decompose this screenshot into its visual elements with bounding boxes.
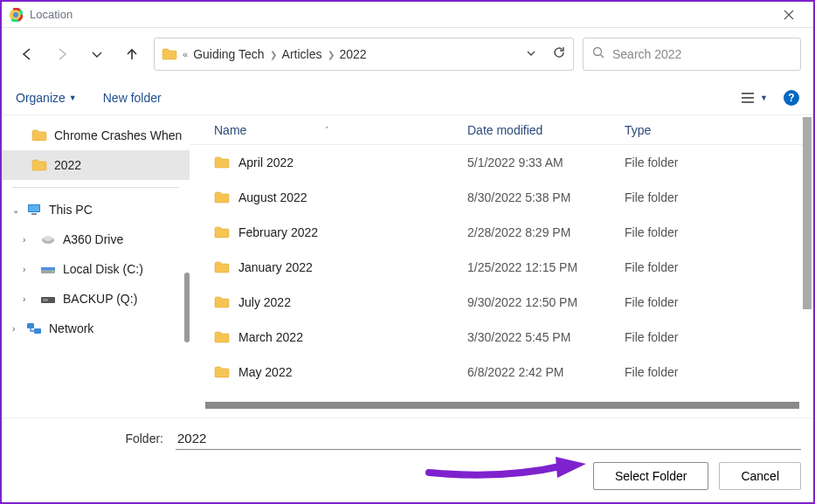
file-type: File folder xyxy=(625,295,813,309)
file-date: 5/1/2022 9:33 AM xyxy=(467,155,625,169)
folder-icon xyxy=(214,331,230,343)
sidebar-item-label: BACKUP (Q:) xyxy=(63,292,137,306)
file-date: 3/30/2022 5:45 PM xyxy=(467,330,625,344)
footer: Folder: Select Folder Cancel xyxy=(2,418,813,502)
toolbar: Organize ▼ New folder ▼ ? xyxy=(2,80,813,115)
breadcrumb-overflow[interactable]: « xyxy=(183,49,188,59)
search-icon xyxy=(592,46,605,62)
select-folder-button[interactable]: Select Folder xyxy=(593,462,708,490)
organize-menu[interactable]: Organize ▼ xyxy=(16,91,77,105)
back-button[interactable] xyxy=(14,41,40,67)
network-icon xyxy=(26,322,42,335)
sidebar-item-label: 2022 xyxy=(54,158,81,172)
navbar: « Guiding Tech ❯ Articles ❯ 2022 Search … xyxy=(2,28,813,80)
file-name: April 2022 xyxy=(238,155,294,169)
breadcrumb-item[interactable]: Articles xyxy=(282,47,322,61)
breadcrumb: Guiding Tech ❯ Articles ❯ 2022 xyxy=(193,47,521,61)
recent-dropdown[interactable] xyxy=(84,41,110,67)
cancel-button[interactable]: Cancel xyxy=(719,462,801,490)
annotation-arrow xyxy=(425,453,591,483)
sidebar-item-label: Local Disk (C:) xyxy=(63,262,143,276)
organize-label: Organize xyxy=(16,91,66,105)
folder-icon xyxy=(162,48,177,60)
file-row[interactable]: August 20228/30/2022 5:38 PMFile folder xyxy=(190,180,813,215)
chevron-right-icon[interactable]: › xyxy=(12,324,15,334)
column-type[interactable]: Type xyxy=(625,123,813,137)
folder-icon xyxy=(31,129,47,142)
sidebar-item-label: Network xyxy=(49,321,93,335)
svg-point-4 xyxy=(594,48,602,56)
file-type: File folder xyxy=(625,260,813,274)
address-bar[interactable]: « Guiding Tech ❯ Articles ❯ 2022 xyxy=(154,38,574,71)
sidebar-item-network[interactable]: › Network xyxy=(2,314,190,343)
file-type: File folder xyxy=(625,365,813,379)
file-name: February 2022 xyxy=(238,225,318,239)
sidebar-item-drive[interactable]: › BACKUP (Q:) xyxy=(2,284,190,314)
sort-indicator-icon: ˄ xyxy=(325,126,329,135)
up-button[interactable] xyxy=(119,41,145,67)
file-name: May 2022 xyxy=(238,365,292,379)
folder-name-input[interactable] xyxy=(176,427,801,450)
file-name: August 2022 xyxy=(238,190,307,204)
file-name: July 2022 xyxy=(238,295,291,309)
search-box[interactable]: Search 2022 xyxy=(583,38,801,71)
file-date: 1/25/2022 12:15 PM xyxy=(467,260,625,274)
body: Chrome Crashes When 2022 ⌄ This PC › A36… xyxy=(2,115,813,412)
svg-rect-11 xyxy=(41,267,55,270)
vertical-scrollbar[interactable] xyxy=(803,117,812,309)
sidebar-item-folder[interactable]: Chrome Crashes When xyxy=(2,121,190,150)
folder-icon xyxy=(214,261,230,273)
column-date[interactable]: Date modified xyxy=(467,123,625,137)
svg-rect-6 xyxy=(29,205,39,211)
pc-icon xyxy=(26,204,42,216)
file-date: 6/8/2022 2:42 PM xyxy=(467,365,625,379)
sidebar-item-folder[interactable]: 2022 xyxy=(2,150,190,180)
forward-button[interactable] xyxy=(49,41,75,67)
sidebar: Chrome Crashes When 2022 ⌄ This PC › A36… xyxy=(2,115,190,412)
file-date: 2/28/2022 8:29 PM xyxy=(467,225,625,239)
svg-point-3 xyxy=(13,12,18,17)
folder-field-label: Folder: xyxy=(14,432,167,445)
file-row[interactable]: July 20229/30/2022 12:50 PMFile folder xyxy=(190,285,813,320)
file-row[interactable]: January 20221/25/2022 12:15 PMFile folde… xyxy=(190,250,813,285)
svg-rect-16 xyxy=(34,328,41,334)
breadcrumb-item[interactable]: 2022 xyxy=(340,47,367,61)
file-row[interactable]: February 20222/28/2022 8:29 PMFile folde… xyxy=(190,215,813,250)
chevron-right-icon[interactable]: › xyxy=(23,294,25,304)
folder-icon xyxy=(214,191,230,204)
help-button[interactable]: ? xyxy=(784,90,799,106)
folder-icon xyxy=(31,159,47,171)
file-row[interactable]: April 20225/1/2022 9:33 AMFile folder xyxy=(190,145,813,180)
sidebar-item-thispc[interactable]: ⌄ This PC xyxy=(2,195,190,224)
folder-icon xyxy=(214,156,230,169)
svg-point-9 xyxy=(44,236,52,241)
file-name: January 2022 xyxy=(238,260,313,274)
file-row[interactable]: March 20223/30/2022 5:45 PMFile folder xyxy=(190,320,813,355)
chevron-right-icon: ❯ xyxy=(328,50,335,59)
refresh-button[interactable] xyxy=(552,45,566,63)
sidebar-item-label: A360 Drive xyxy=(63,232,123,246)
sidebar-item-drive[interactable]: › Local Disk (C:) xyxy=(2,254,190,284)
titlebar: Location xyxy=(2,2,813,28)
file-row[interactable]: May 20226/8/2022 2:42 PMFile folder xyxy=(190,355,813,390)
search-placeholder: Search 2022 xyxy=(612,47,681,61)
sidebar-item-drive[interactable]: › A360 Drive xyxy=(2,224,190,254)
view-menu[interactable]: ▼ xyxy=(741,92,768,104)
file-type: File folder xyxy=(625,190,813,204)
folder-icon xyxy=(214,366,230,378)
disk-icon xyxy=(40,293,56,305)
chevron-down-icon: ▼ xyxy=(69,93,77,102)
close-button[interactable] xyxy=(771,3,806,27)
chevron-right-icon[interactable]: › xyxy=(23,235,25,245)
chevron-right-icon: ❯ xyxy=(270,50,277,59)
horizontal-scrollbar[interactable] xyxy=(205,402,799,409)
folder-icon xyxy=(214,296,230,308)
breadcrumb-item[interactable]: Guiding Tech xyxy=(193,47,264,61)
column-name[interactable]: Name ˄ xyxy=(205,123,467,137)
divider xyxy=(12,187,179,188)
address-dropdown[interactable] xyxy=(526,46,536,62)
new-folder-button[interactable]: New folder xyxy=(103,91,162,105)
chevron-down-icon[interactable]: ⌄ xyxy=(12,205,19,215)
file-list: Name ˄ Date modified Type April 20225/1/… xyxy=(190,115,813,412)
chevron-right-icon[interactable]: › xyxy=(23,265,25,274)
